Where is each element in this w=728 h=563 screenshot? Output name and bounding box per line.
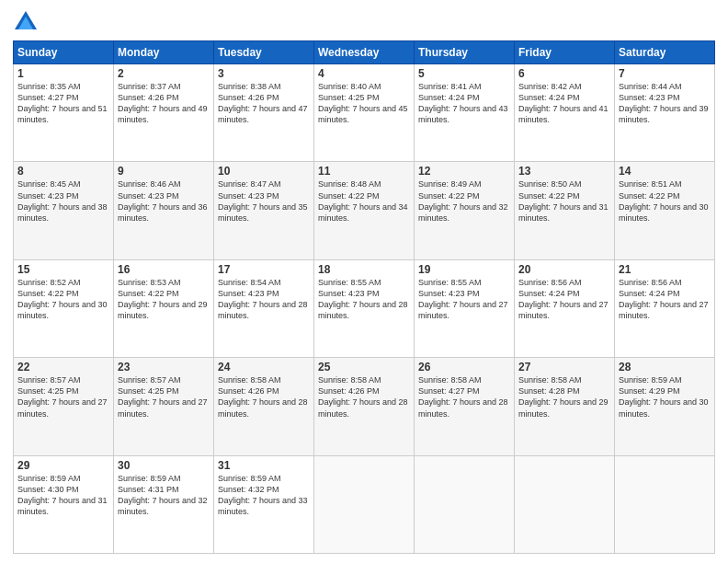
day-number: 10 — [218, 165, 310, 178]
cell-info: Sunrise: 8:58 AM Sunset: 4:26 PM Dayligh… — [318, 374, 410, 419]
day-cell: 26 Sunrise: 8:58 AM Sunset: 4:27 PM Dayl… — [415, 358, 515, 455]
logo — [13, 9, 42, 35]
day-cell: 11 Sunrise: 8:48 AM Sunset: 4:22 PM Dayl… — [314, 162, 415, 259]
cell-info: Sunrise: 8:59 AM Sunset: 4:31 PM Dayligh… — [118, 473, 210, 518]
col-header-wednesday: Wednesday — [314, 41, 415, 64]
day-cell: 29 Sunrise: 8:59 AM Sunset: 4:30 PM Dayl… — [14, 455, 114, 553]
cell-info: Sunrise: 8:45 AM Sunset: 4:23 PM Dayligh… — [17, 178, 109, 224]
logo-icon — [13, 9, 39, 35]
cell-info: Sunrise: 8:53 AM Sunset: 4:22 PM Dayligh… — [118, 277, 210, 322]
header-row: SundayMondayTuesdayWednesdayThursdayFrid… — [14, 41, 715, 64]
cell-info: Sunrise: 8:46 AM Sunset: 4:23 PM Dayligh… — [118, 178, 210, 224]
cell-info: Sunrise: 8:57 AM Sunset: 4:25 PM Dayligh… — [17, 374, 109, 419]
cell-info: Sunrise: 8:54 AM Sunset: 4:23 PM Dayligh… — [218, 277, 310, 322]
day-cell: 4 Sunrise: 8:40 AM Sunset: 4:25 PM Dayli… — [314, 64, 415, 162]
day-number: 19 — [418, 263, 510, 276]
day-number: 12 — [418, 165, 510, 178]
day-cell — [515, 455, 615, 553]
week-row-4: 22 Sunrise: 8:57 AM Sunset: 4:25 PM Dayl… — [14, 358, 715, 455]
day-cell: 16 Sunrise: 8:53 AM Sunset: 4:22 PM Dayl… — [114, 259, 214, 357]
col-header-monday: Monday — [114, 41, 214, 64]
day-number: 31 — [218, 459, 310, 472]
day-number: 23 — [118, 361, 210, 373]
cell-info: Sunrise: 8:58 AM Sunset: 4:28 PM Dayligh… — [518, 374, 610, 419]
day-cell: 12 Sunrise: 8:49 AM Sunset: 4:22 PM Dayl… — [415, 162, 515, 259]
cell-info: Sunrise: 8:56 AM Sunset: 4:24 PM Dayligh… — [619, 277, 711, 322]
cell-info: Sunrise: 8:55 AM Sunset: 4:23 PM Dayligh… — [418, 277, 510, 322]
cell-info: Sunrise: 8:58 AM Sunset: 4:26 PM Dayligh… — [218, 374, 310, 419]
day-number: 25 — [318, 361, 410, 373]
day-cell: 1 Sunrise: 8:35 AM Sunset: 4:27 PM Dayli… — [14, 64, 114, 162]
cell-info: Sunrise: 8:55 AM Sunset: 4:23 PM Dayligh… — [318, 277, 410, 322]
day-cell: 30 Sunrise: 8:59 AM Sunset: 4:31 PM Dayl… — [114, 455, 214, 553]
day-number: 24 — [218, 361, 310, 373]
week-row-2: 8 Sunrise: 8:45 AM Sunset: 4:23 PM Dayli… — [14, 162, 715, 259]
day-number: 9 — [118, 165, 210, 178]
cell-info: Sunrise: 8:48 AM Sunset: 4:22 PM Dayligh… — [318, 178, 410, 224]
day-cell: 25 Sunrise: 8:58 AM Sunset: 4:26 PM Dayl… — [314, 358, 415, 455]
day-cell: 2 Sunrise: 8:37 AM Sunset: 4:26 PM Dayli… — [114, 64, 214, 162]
day-cell: 31 Sunrise: 8:59 AM Sunset: 4:32 PM Dayl… — [214, 455, 314, 553]
day-number: 22 — [17, 361, 109, 373]
day-cell: 8 Sunrise: 8:45 AM Sunset: 4:23 PM Dayli… — [14, 162, 114, 259]
cell-info: Sunrise: 8:59 AM Sunset: 4:29 PM Dayligh… — [619, 374, 711, 419]
day-cell — [314, 455, 415, 553]
day-cell: 22 Sunrise: 8:57 AM Sunset: 4:25 PM Dayl… — [14, 358, 114, 455]
cell-info: Sunrise: 8:47 AM Sunset: 4:23 PM Dayligh… — [218, 178, 310, 224]
day-cell: 27 Sunrise: 8:58 AM Sunset: 4:28 PM Dayl… — [515, 358, 615, 455]
day-cell — [415, 455, 515, 553]
week-row-1: 1 Sunrise: 8:35 AM Sunset: 4:27 PM Dayli… — [14, 64, 715, 162]
day-number: 13 — [518, 165, 610, 178]
col-header-friday: Friday — [515, 41, 615, 64]
calendar-table: SundayMondayTuesdayWednesdayThursdayFrid… — [13, 40, 715, 554]
cell-info: Sunrise: 8:59 AM Sunset: 4:32 PM Dayligh… — [218, 473, 310, 518]
cell-info: Sunrise: 8:35 AM Sunset: 4:27 PM Dayligh… — [17, 81, 109, 126]
day-cell: 24 Sunrise: 8:58 AM Sunset: 4:26 PM Dayl… — [214, 358, 314, 455]
cell-info: Sunrise: 8:37 AM Sunset: 4:26 PM Dayligh… — [118, 81, 210, 126]
day-number: 20 — [518, 263, 610, 276]
cell-info: Sunrise: 8:44 AM Sunset: 4:23 PM Dayligh… — [619, 81, 711, 126]
cell-info: Sunrise: 8:56 AM Sunset: 4:24 PM Dayligh… — [518, 277, 610, 322]
cell-info: Sunrise: 8:41 AM Sunset: 4:24 PM Dayligh… — [418, 81, 510, 126]
day-number: 30 — [118, 459, 210, 472]
cell-info: Sunrise: 8:42 AM Sunset: 4:24 PM Dayligh… — [518, 81, 610, 126]
day-cell: 3 Sunrise: 8:38 AM Sunset: 4:26 PM Dayli… — [214, 64, 314, 162]
cell-info: Sunrise: 8:52 AM Sunset: 4:22 PM Dayligh… — [17, 277, 109, 322]
day-cell: 28 Sunrise: 8:59 AM Sunset: 4:29 PM Dayl… — [615, 358, 715, 455]
day-cell: 5 Sunrise: 8:41 AM Sunset: 4:24 PM Dayli… — [415, 64, 515, 162]
col-header-tuesday: Tuesday — [214, 41, 314, 64]
day-number: 17 — [218, 263, 310, 276]
day-cell: 21 Sunrise: 8:56 AM Sunset: 4:24 PM Dayl… — [615, 259, 715, 357]
day-number: 5 — [418, 67, 510, 80]
day-cell: 6 Sunrise: 8:42 AM Sunset: 4:24 PM Dayli… — [515, 64, 615, 162]
cell-info: Sunrise: 8:59 AM Sunset: 4:30 PM Dayligh… — [17, 473, 109, 518]
day-number: 21 — [619, 263, 711, 276]
cell-info: Sunrise: 8:50 AM Sunset: 4:22 PM Dayligh… — [518, 178, 610, 224]
day-cell: 17 Sunrise: 8:54 AM Sunset: 4:23 PM Dayl… — [214, 259, 314, 357]
day-cell: 20 Sunrise: 8:56 AM Sunset: 4:24 PM Dayl… — [515, 259, 615, 357]
day-cell — [615, 455, 715, 553]
cell-info: Sunrise: 8:58 AM Sunset: 4:27 PM Dayligh… — [418, 374, 510, 419]
day-number: 6 — [518, 67, 610, 80]
day-cell: 7 Sunrise: 8:44 AM Sunset: 4:23 PM Dayli… — [615, 64, 715, 162]
header — [13, 9, 715, 35]
week-row-5: 29 Sunrise: 8:59 AM Sunset: 4:30 PM Dayl… — [14, 455, 715, 553]
day-number: 8 — [17, 165, 109, 178]
cell-info: Sunrise: 8:51 AM Sunset: 4:22 PM Dayligh… — [619, 178, 711, 224]
day-cell: 15 Sunrise: 8:52 AM Sunset: 4:22 PM Dayl… — [14, 259, 114, 357]
day-cell: 23 Sunrise: 8:57 AM Sunset: 4:25 PM Dayl… — [114, 358, 214, 455]
day-number: 26 — [418, 361, 510, 373]
day-cell: 9 Sunrise: 8:46 AM Sunset: 4:23 PM Dayli… — [114, 162, 214, 259]
day-number: 28 — [619, 361, 711, 373]
day-number: 18 — [318, 263, 410, 276]
day-number: 29 — [17, 459, 109, 472]
cell-info: Sunrise: 8:38 AM Sunset: 4:26 PM Dayligh… — [218, 81, 310, 126]
day-number: 14 — [619, 165, 711, 178]
day-number: 4 — [318, 67, 410, 80]
col-header-sunday: Sunday — [14, 41, 114, 64]
day-number: 27 — [518, 361, 610, 373]
day-number: 3 — [218, 67, 310, 80]
cell-info: Sunrise: 8:57 AM Sunset: 4:25 PM Dayligh… — [118, 374, 210, 419]
day-number: 7 — [619, 67, 711, 80]
day-cell: 19 Sunrise: 8:55 AM Sunset: 4:23 PM Dayl… — [415, 259, 515, 357]
